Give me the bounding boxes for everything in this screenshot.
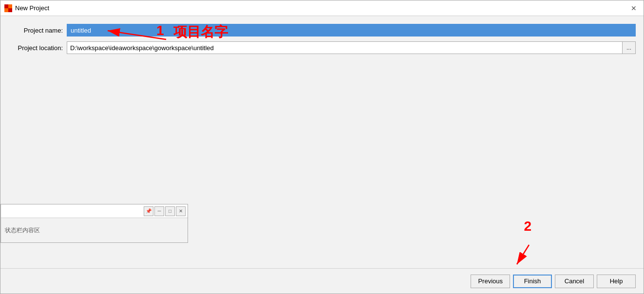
svg-rect-2	[4, 8, 8, 12]
svg-rect-1	[8, 4, 12, 8]
finish-button[interactable]: Finish	[513, 275, 552, 288]
project-name-row: Project name:	[8, 24, 636, 37]
previous-button[interactable]: Previous	[471, 275, 510, 288]
pin-button[interactable]: 📌	[144, 206, 153, 216]
project-name-label: Project name:	[8, 27, 67, 34]
minimize-button[interactable]: ─	[154, 206, 164, 216]
project-location-label: Project location:	[8, 44, 67, 52]
secondary-status-text: 状态栏内容区	[5, 226, 40, 235]
secondary-close-button[interactable]: ✕	[176, 206, 186, 216]
dialog-bottom-bar: Previous Finish Cancel Help	[0, 268, 644, 294]
project-location-field: ...	[67, 41, 636, 54]
svg-rect-0	[4, 4, 8, 8]
annotation-number-1: 1	[156, 23, 164, 38]
cancel-button[interactable]: Cancel	[555, 275, 594, 288]
project-location-input[interactable]	[67, 41, 622, 54]
project-location-row: Project location: ...	[8, 41, 636, 54]
close-button[interactable]: ✕	[628, 2, 640, 14]
secondary-content: 状态栏内容区	[1, 218, 188, 242]
dialog-content: Project name: Project location: ... 1 项目…	[0, 16, 644, 268]
svg-rect-3	[8, 8, 12, 12]
secondary-title-bar: 📌 ─ □ ✕	[1, 204, 188, 218]
secondary-window: 📌 ─ □ ✕ 状态栏内容区	[0, 204, 188, 243]
help-button[interactable]: Help	[597, 275, 636, 288]
annotation-number-2: 2	[524, 219, 531, 234]
annotation-text-1: 项目名字	[173, 23, 228, 41]
dialog-title: New Project	[15, 4, 628, 12]
title-bar: New Project ✕	[0, 0, 644, 16]
project-name-input[interactable]	[67, 24, 636, 37]
browse-button[interactable]: ...	[622, 41, 636, 54]
restore-button[interactable]: □	[165, 206, 175, 216]
svg-line-6	[517, 245, 529, 264]
app-icon	[4, 4, 12, 12]
new-project-dialog: New Project ✕ Project name: Project loca…	[0, 0, 644, 294]
